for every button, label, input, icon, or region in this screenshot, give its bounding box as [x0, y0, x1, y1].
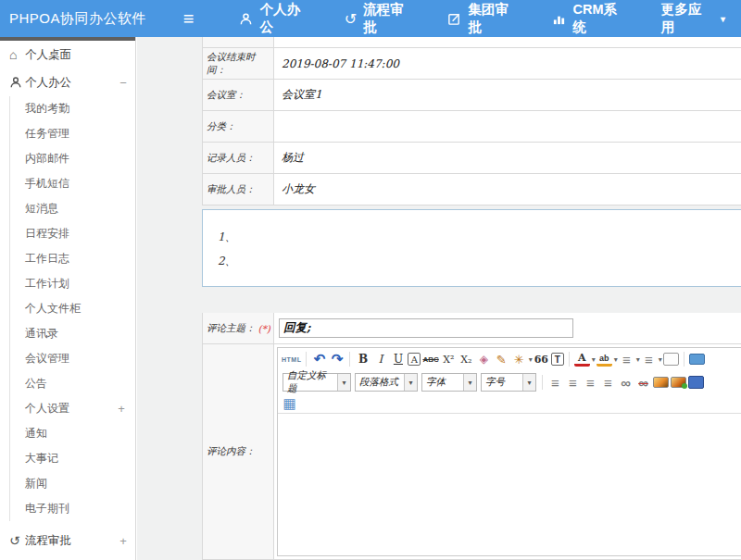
- underline-icon[interactable]: U: [389, 351, 407, 368]
- required-mark: (*): [258, 323, 270, 334]
- select-label: 自定义标题: [283, 369, 337, 395]
- superscript-icon[interactable]: X²: [440, 351, 458, 368]
- top-header: PHPOA协同办公软件 ≡ 个人办公↺流程审批集团审批CRM系统更多应用▾: [0, 0, 741, 37]
- link-icon[interactable]: ∞: [617, 374, 634, 392]
- paragraph-format-select[interactable]: 段落格式▾: [355, 373, 418, 392]
- sidebar-item-label: 个人办公: [25, 75, 111, 91]
- font-color-icon[interactable]: A▾: [573, 353, 596, 367]
- field-value: 杨过: [274, 143, 741, 173]
- undo-icon[interactable]: ↶: [310, 351, 328, 368]
- editor-toolbar-row2: 自定义标题▾段落格式▾字体▾字号▾≡≡≡≡∞∞: [278, 370, 741, 394]
- expand-toggle-icon[interactable]: +: [107, 402, 135, 416]
- sidebar-item[interactable]: ⌂个人桌面: [0, 41, 135, 68]
- fullscreen-icon[interactable]: [688, 354, 706, 365]
- field-value: 会议室1: [274, 80, 741, 110]
- select-label: 字号: [482, 376, 522, 389]
- editor-content-area[interactable]: [278, 414, 741, 555]
- blockquote-icon[interactable]: 66: [533, 351, 550, 368]
- field-label: 分类：: [203, 111, 274, 142]
- comment-form-table: 评论主题：(*) 评论内容： HTML↶↷BIUAABCX²X₂◈✎✳▾66TA…: [202, 313, 741, 560]
- sidebar-subitem[interactable]: 通知: [10, 421, 135, 446]
- paste-icon[interactable]: T: [550, 353, 565, 366]
- sidebar-subitem[interactable]: 任务管理: [10, 121, 135, 146]
- sidebar-subitem[interactable]: 工作计划: [10, 271, 135, 296]
- toolbar-separator: [684, 352, 684, 367]
- sidebar-subitem[interactable]: 公告: [10, 371, 135, 396]
- italic-icon[interactable]: I: [371, 351, 389, 368]
- nav-item[interactable]: 集团审批: [432, 0, 536, 37]
- table-row: 会议室：会议室1: [203, 80, 741, 111]
- align-center-icon[interactable]: ≡: [564, 374, 582, 392]
- ordered-list-icon[interactable]: ≡▾: [618, 351, 640, 368]
- hamburger-menu-icon[interactable]: ≡: [170, 8, 207, 30]
- quick-format-icon[interactable]: ✳▾: [510, 351, 533, 368]
- toolbar-separator: [569, 352, 570, 367]
- bold-icon[interactable]: B: [354, 351, 371, 368]
- brush-icon[interactable]: ✎: [493, 351, 510, 368]
- sidebar-subitem-label: 日程安排: [25, 226, 107, 242]
- sidebar-subitem[interactable]: 工作日志: [10, 246, 135, 271]
- font-family-select[interactable]: 字体▾: [421, 373, 477, 392]
- main-content: 会议结束时间：2019-08-07 11:47:00会议室：会议室1分类：记录人…: [137, 37, 741, 560]
- custom-title-select[interactable]: 自定义标题▾: [283, 373, 351, 392]
- sidebar-subitem[interactable]: 大事记: [10, 446, 135, 471]
- field-label: 会议室：: [203, 80, 274, 110]
- sidebar-subitem-label: 个人文件柜: [25, 301, 107, 317]
- sidebar-subitem[interactable]: 电子期刊: [10, 496, 135, 521]
- toolbar-separator: [349, 352, 350, 367]
- field-value: 2019-08-07 11:47:00: [274, 48, 741, 79]
- justify-icon[interactable]: ≡: [599, 374, 617, 392]
- align-right-icon[interactable]: ≡: [582, 374, 599, 392]
- caret-down-icon: ▾: [463, 374, 476, 391]
- highlight-icon[interactable]: ab▾: [596, 353, 618, 367]
- image-icon[interactable]: [652, 377, 670, 388]
- sidebar-subitem[interactable]: 短消息: [10, 196, 135, 221]
- table-row-partial: [203, 37, 741, 48]
- sidebar-item-label: 个人桌面: [25, 47, 111, 63]
- new-page-icon[interactable]: [662, 353, 680, 366]
- align-left-icon[interactable]: ≡: [546, 374, 564, 392]
- top-navigation: 个人办公↺流程审批集团审批CRM系统更多应用▾: [223, 0, 741, 37]
- insert-image-icon[interactable]: [670, 377, 687, 388]
- nav-item[interactable]: CRM系统: [536, 0, 645, 37]
- toolbar-separator: [542, 375, 543, 390]
- sidebar-subitem-label: 内部邮件: [25, 151, 107, 167]
- nav-item[interactable]: ↺流程审批: [329, 0, 433, 37]
- remove-format-icon[interactable]: ◈: [475, 351, 493, 368]
- sidebar-subitem-label: 我的考勤: [25, 101, 107, 117]
- sidebar-subitem-label: 短消息: [25, 201, 107, 217]
- sidebar-subitem[interactable]: 新闻: [10, 471, 135, 496]
- sidebar-subitem-label: 工作计划: [25, 276, 107, 292]
- font-style-icon[interactable]: A: [407, 353, 421, 366]
- font-size-select[interactable]: 字号▾: [481, 373, 536, 392]
- sidebar-subitem[interactable]: 个人文件柜: [10, 296, 135, 321]
- sidebar-subitem[interactable]: 会议管理: [10, 346, 135, 371]
- sidebar-subitem[interactable]: 内部邮件: [10, 146, 135, 171]
- subscript-icon[interactable]: X₂: [458, 351, 475, 368]
- table-icon[interactable]: ▦: [282, 395, 297, 413]
- sidebar-subitem[interactable]: 手机短信: [10, 171, 135, 196]
- redo-icon[interactable]: ↷: [328, 351, 345, 368]
- sidebar-item[interactable]: 个人办公−: [0, 68, 135, 96]
- comment-subject-input[interactable]: [279, 318, 573, 338]
- sidebar-subitem[interactable]: 个人设置+: [10, 396, 135, 421]
- expand-toggle-icon[interactable]: +: [111, 534, 135, 548]
- nav-item[interactable]: 更多应用▾: [646, 0, 741, 37]
- expand-toggle-icon[interactable]: −: [111, 76, 135, 90]
- sidebar-item[interactable]: ↺流程审批+: [0, 527, 135, 554]
- field-label: 会议结束时间：: [203, 48, 274, 79]
- strikethrough-icon[interactable]: ABC: [421, 351, 439, 368]
- html-source-button[interactable]: HTML: [281, 351, 302, 368]
- unordered-list-icon[interactable]: ≡▾: [640, 351, 662, 368]
- chart-icon: [552, 12, 566, 26]
- sidebar-subitem[interactable]: 日程安排: [10, 221, 135, 246]
- sidebar-subitem[interactable]: 我的考勤: [10, 96, 135, 121]
- unlink-icon[interactable]: ∞: [634, 374, 652, 392]
- sidebar-subitem-label: 大事记: [25, 451, 107, 467]
- nav-item[interactable]: 个人办公: [223, 0, 328, 37]
- sidebar-subitem[interactable]: 通讯录: [10, 321, 135, 346]
- media-icon[interactable]: [687, 376, 705, 389]
- sidebar-subitem-label: 手机短信: [25, 176, 107, 192]
- sidebar-subitem-label: 新闻: [25, 476, 107, 492]
- comment-content-row: 评论内容： HTML↶↷BIUAABCX²X₂◈✎✳▾66TA▾ab▾≡▾≡▾ …: [203, 344, 741, 560]
